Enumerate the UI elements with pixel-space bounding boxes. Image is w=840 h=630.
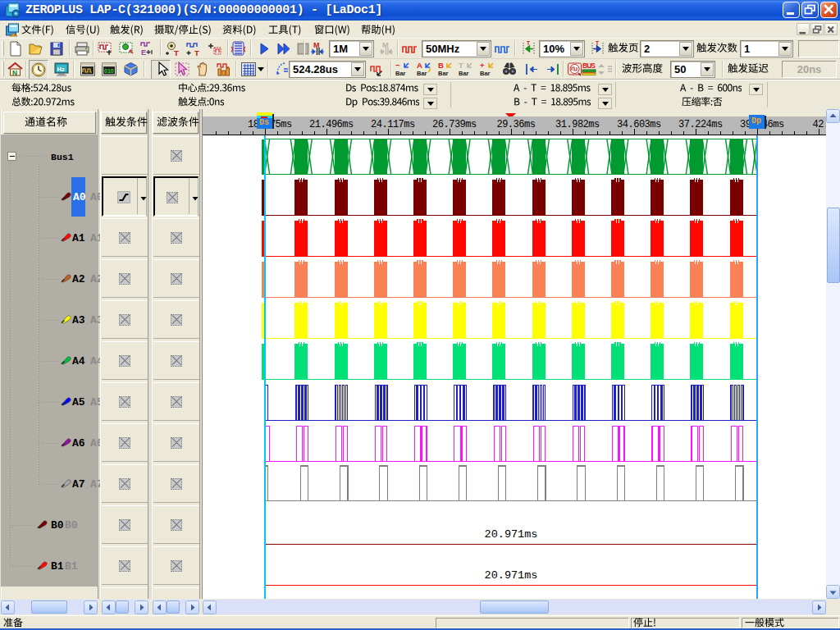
svg-text:T: T xyxy=(194,48,199,57)
svg-text:Bar: Bar xyxy=(417,70,427,77)
svg-text:−: − xyxy=(395,61,400,70)
svg-text:T: T xyxy=(527,40,530,46)
svg-text:T: T xyxy=(174,48,179,57)
svg-text:20.971ms: 20.971ms xyxy=(485,528,538,541)
svg-text:Hz: Hz xyxy=(57,66,65,73)
svg-text:+: + xyxy=(480,61,485,70)
svg-text:E: E xyxy=(141,48,146,57)
svg-text:T: T xyxy=(459,61,463,70)
svg-text:Bar: Bar xyxy=(480,70,491,77)
svg-text:010: 010 xyxy=(104,68,114,74)
svg-text:Bar: Bar xyxy=(459,70,469,77)
svg-text:20.971ms: 20.971ms xyxy=(485,569,538,582)
svg-text:T: T xyxy=(596,40,599,46)
svg-text:N: N xyxy=(12,69,17,77)
svg-text:BUS: BUS xyxy=(582,62,596,70)
svg-text:Bar: Bar xyxy=(438,70,449,77)
svg-text:Bar: Bar xyxy=(395,70,406,77)
svg-text:A: A xyxy=(417,61,422,70)
svg-text:B: B xyxy=(438,61,444,70)
